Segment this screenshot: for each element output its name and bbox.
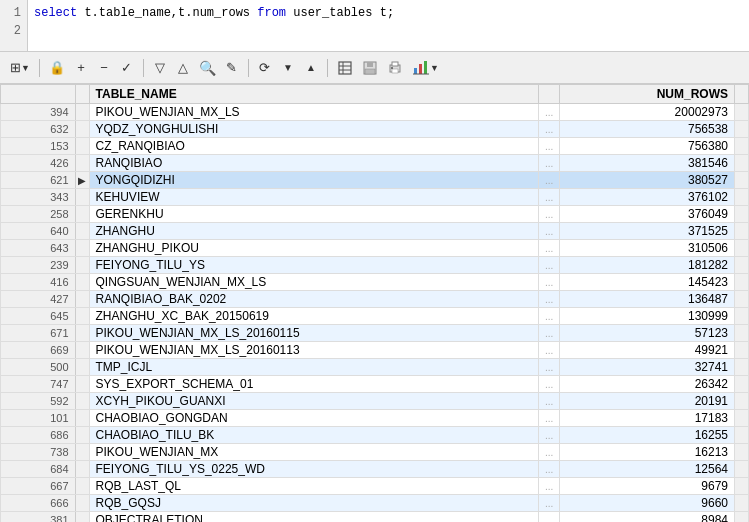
sql-icon <box>337 60 353 76</box>
svg-rect-11 <box>414 68 417 74</box>
edit-button[interactable]: ✎ <box>221 57 243 79</box>
scroll-cell <box>735 495 749 512</box>
table-name-cell: ZHANGHU_XC_BAK_20150619 <box>89 308 538 325</box>
lock-button[interactable]: 🔒 <box>45 57 69 79</box>
table-name-cell: QINGSUAN_WENJIAN_MX_LS <box>89 274 538 291</box>
table-row[interactable]: 747 SYS_EXPORT_SCHEMA_01 ... 26342 <box>1 376 749 393</box>
sql-editor[interactable]: 1 2 select t.table_name,t.num_rows from … <box>0 0 749 52</box>
row-arrow-cell <box>75 461 89 478</box>
toolbar-group-4: ⟳ ▼ ▲ <box>254 57 322 79</box>
table-row[interactable]: 381 OBJECTRALETION ... 8984 <box>1 512 749 523</box>
num-rows-cell: 376049 <box>560 206 735 223</box>
row-num-cell: 671 <box>1 325 76 342</box>
table-row[interactable]: 101 CHAOBIAO_GONGDAN ... 17183 <box>1 410 749 427</box>
row-num-cell: 632 <box>1 121 76 138</box>
row-arrow-cell: ▶ <box>75 172 89 189</box>
num-rows-cell: 20191 <box>560 393 735 410</box>
save-button[interactable] <box>358 57 382 79</box>
row-num-cell: 343 <box>1 189 76 206</box>
table-name-cell: KEHUVIEW <box>89 189 538 206</box>
refresh-button[interactable]: ⟳ <box>254 57 276 79</box>
table-row[interactable]: 427 RANQIBIAO_BAK_0202 ... 136487 <box>1 291 749 308</box>
row-num-cell: 381 <box>1 512 76 523</box>
table-row[interactable]: 738 PIKOU_WENJIAN_MX ... 16213 <box>1 444 749 461</box>
grid-toggle-button[interactable]: ⊞▼ <box>6 57 34 79</box>
col-header-table-name[interactable]: TABLE_NAME <box>89 85 538 104</box>
table-row[interactable]: 153 CZ_RANQIBIAO ... 756380 <box>1 138 749 155</box>
table-name-cell: TMP_ICJL <box>89 359 538 376</box>
svg-rect-13 <box>424 61 427 74</box>
delete-button[interactable]: − <box>93 57 115 79</box>
table-row[interactable]: 686 CHAOBIAO_TILU_BK ... 16255 <box>1 427 749 444</box>
row-num-cell: 738 <box>1 444 76 461</box>
table-row[interactable]: 258 GERENKHU ... 376049 <box>1 206 749 223</box>
row-arrow-cell <box>75 257 89 274</box>
table-row[interactable]: 343 KEHUVIEW ... 376102 <box>1 189 749 206</box>
ellipsis-cell: ... <box>539 155 560 172</box>
table-row[interactable]: 667 RQB_LAST_QL ... 9679 <box>1 478 749 495</box>
scroll-cell <box>735 410 749 427</box>
row-arrow-cell <box>75 206 89 223</box>
table-name-cell: CZ_RANQIBIAO <box>89 138 538 155</box>
num-rows-cell: 9660 <box>560 495 735 512</box>
table-row[interactable]: 239 FEIYONG_TILU_YS ... 181282 <box>1 257 749 274</box>
svg-rect-8 <box>392 62 398 66</box>
confirm-button[interactable]: ✓ <box>116 57 138 79</box>
ellipsis-cell: ... <box>539 495 560 512</box>
row-num-cell: 684 <box>1 461 76 478</box>
print-icon <box>387 60 403 76</box>
arrow-down-button[interactable]: ▼ <box>277 57 299 79</box>
filter-up-button[interactable]: △ <box>172 57 194 79</box>
sql-button[interactable] <box>333 57 357 79</box>
table-name-cell: RANQIBIAO <box>89 155 538 172</box>
table-row[interactable]: 645 ZHANGHU_XC_BAK_20150619 ... 130999 <box>1 308 749 325</box>
scroll-cell <box>735 240 749 257</box>
row-arrow-cell <box>75 240 89 257</box>
table-row[interactable]: 592 XCYH_PIKOU_GUANXI ... 20191 <box>1 393 749 410</box>
table-row[interactable]: 500 TMP_ICJL ... 32741 <box>1 359 749 376</box>
scroll-cell <box>735 427 749 444</box>
table-row[interactable]: 669 PIKOU_WENJIAN_MX_LS_20160113 ... 499… <box>1 342 749 359</box>
table-row[interactable]: 666 RQB_GQSJ ... 9660 <box>1 495 749 512</box>
row-num-cell: 686 <box>1 427 76 444</box>
row-arrow-cell <box>75 512 89 523</box>
table-name-cell: ZHANGHU <box>89 223 538 240</box>
num-rows-cell: 181282 <box>560 257 735 274</box>
filter-down-button[interactable]: ▽ <box>149 57 171 79</box>
table-row[interactable]: 621 ▶ YONGQIDIZHI ... 380527 <box>1 172 749 189</box>
table-name-cell: PIKOU_WENJIAN_MX <box>89 444 538 461</box>
table-row[interactable]: 632 YQDZ_YONGHULISHI ... 756538 <box>1 121 749 138</box>
scroll-cell <box>735 291 749 308</box>
table-name-cell: FEIYONG_TILU_YS_0225_WD <box>89 461 538 478</box>
table-row[interactable]: 426 RANQIBIAO ... 381546 <box>1 155 749 172</box>
table-row[interactable]: 684 FEIYONG_TILU_YS_0225_WD ... 12564 <box>1 461 749 478</box>
line-num-2: 2 <box>6 22 21 40</box>
sql-content[interactable]: select t.table_name,t.num_rows from user… <box>28 0 749 51</box>
scroll-cell <box>735 393 749 410</box>
row-num-cell: 645 <box>1 308 76 325</box>
table-row[interactable]: 394 PIKOU_WENJIAN_MX_LS ... 20002973 <box>1 104 749 121</box>
num-rows-cell: 376102 <box>560 189 735 206</box>
arrow-up-button[interactable]: ▲ <box>300 57 322 79</box>
table-row[interactable]: 671 PIKOU_WENJIAN_MX_LS_20160115 ... 571… <box>1 325 749 342</box>
chart-button[interactable]: ▼ <box>408 57 443 79</box>
save-icon <box>362 60 378 76</box>
row-arrow-cell <box>75 189 89 206</box>
row-num-cell: 416 <box>1 274 76 291</box>
col-header-num-rows[interactable]: NUM_ROWS <box>560 85 735 104</box>
row-num-cell: 427 <box>1 291 76 308</box>
print-button[interactable] <box>383 57 407 79</box>
row-arrow-cell <box>75 427 89 444</box>
num-rows-cell: 16255 <box>560 427 735 444</box>
table-row[interactable]: 640 ZHANGHU ... 371525 <box>1 223 749 240</box>
search-button[interactable]: 🔍 <box>195 57 220 79</box>
svg-rect-5 <box>367 62 373 67</box>
add-button[interactable]: + <box>70 57 92 79</box>
table-row[interactable]: 416 QINGSUAN_WENJIAN_MX_LS ... 145423 <box>1 274 749 291</box>
table-name-cell: FEIYONG_TILU_YS <box>89 257 538 274</box>
table-row[interactable]: 643 ZHANGHU_PIKOU ... 310506 <box>1 240 749 257</box>
row-num-cell: 153 <box>1 138 76 155</box>
data-table-container[interactable]: TABLE_NAME NUM_ROWS 394 PIKOU_WENJIAN_MX… <box>0 84 749 522</box>
row-arrow-cell <box>75 478 89 495</box>
col-header-scroll <box>735 85 749 104</box>
